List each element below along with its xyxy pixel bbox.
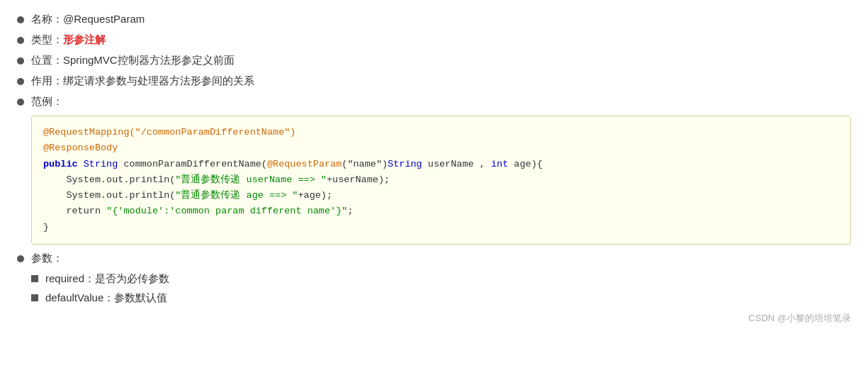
item-name-text: 名称：@RequestParam — [31, 13, 145, 26]
sub-item-label: defaultValue： — [45, 291, 114, 303]
item-params-label: 参数： — [31, 252, 63, 264]
sub-item-value: 参数默认值 — [114, 291, 167, 303]
item-type-prefix: 类型： — [31, 33, 63, 45]
sub-list-item: defaultValue：参数默认值 — [31, 291, 851, 305]
sub-bullet — [31, 275, 38, 282]
bullet-name — [17, 16, 24, 23]
item-params: 参数： — [17, 252, 851, 265]
item-purpose: 作用：绑定请求参数与处理器方法形参间的关系 — [17, 74, 851, 88]
code-block: @RequestMapping("/commonParamDifferentNa… — [31, 116, 851, 245]
item-purpose-prefix: 作用： — [31, 74, 63, 87]
item-name-prefix: 名称： — [31, 13, 63, 25]
sub-item-value: 是否为必传参数 — [95, 272, 169, 284]
item-position-value: SpringMVC控制器方法形参定义前面 — [63, 54, 235, 66]
sub-bullet — [31, 294, 38, 301]
item-position-prefix: 位置： — [31, 54, 63, 66]
sub-item-label: required： — [45, 272, 95, 284]
sub-list-item: required：是否为必传参数 — [31, 272, 851, 286]
item-position: 位置：SpringMVC控制器方法形参定义前面 — [17, 54, 851, 67]
sub-list: required：是否为必传参数defaultValue：参数默认值 — [31, 272, 851, 305]
sub-item-text: required：是否为必传参数 — [45, 272, 169, 286]
bullet-example — [17, 99, 24, 106]
bullet-purpose — [17, 78, 24, 85]
bullet-position — [17, 57, 24, 65]
sub-item-text: defaultValue：参数默认值 — [45, 291, 167, 305]
bullet-type — [17, 37, 24, 44]
bullet-params — [17, 255, 24, 262]
item-type: 类型：形参注解 — [17, 33, 851, 47]
item-type-text: 类型：形参注解 — [31, 33, 106, 47]
item-name-value: @RequestParam — [63, 13, 145, 25]
item-purpose-text: 作用：绑定请求参数与处理器方法形参间的关系 — [31, 74, 254, 88]
item-example-prefix: 范例： — [31, 95, 63, 107]
item-name: 名称：@RequestParam — [17, 13, 851, 26]
item-purpose-value: 绑定请求参数与处理器方法形参间的关系 — [63, 74, 254, 87]
item-params-text: 参数： — [31, 252, 63, 265]
item-position-text: 位置：SpringMVC控制器方法形参定义前面 — [31, 54, 235, 67]
item-example-text: 范例： — [31, 95, 63, 108]
item-example: 范例： — [17, 95, 851, 108]
footer: CSDN @小黎的培培笔录 — [17, 312, 851, 325]
item-type-value: 形参注解 — [63, 33, 106, 45]
